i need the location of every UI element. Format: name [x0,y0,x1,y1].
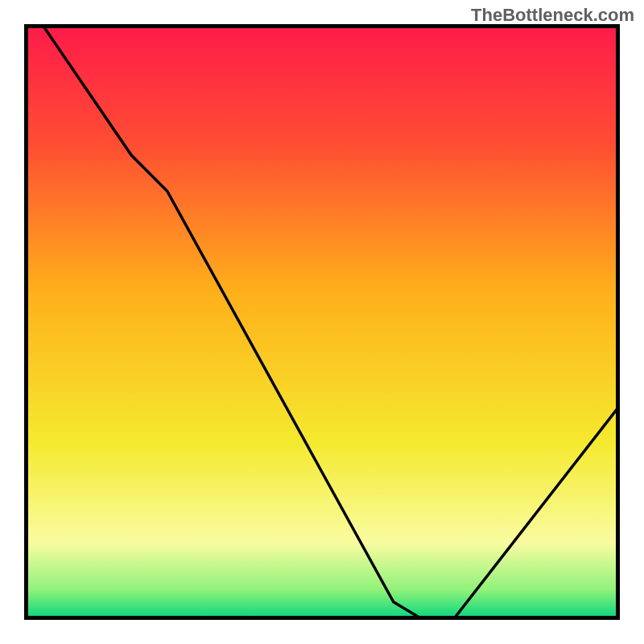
gradient-bg [24,24,620,620]
chart-container: TheBottleneck.com [0,0,644,644]
watermark-text: TheBottleneck.com [471,5,634,26]
plot-svg [24,24,620,620]
plot-area [24,24,620,620]
